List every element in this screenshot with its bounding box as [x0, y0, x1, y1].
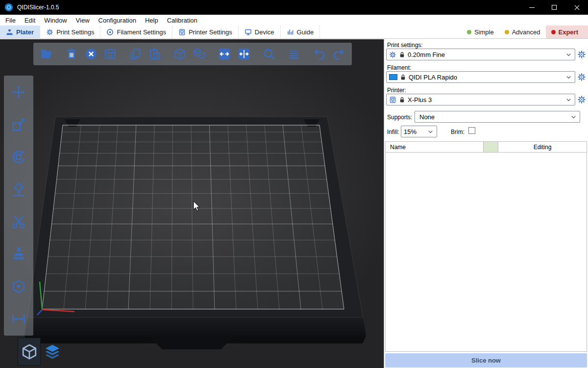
menu-help[interactable]: Help	[141, 15, 163, 26]
cut-tool-button[interactable]	[9, 212, 28, 232]
tab-filament-settings[interactable]: Filament Settings	[100, 26, 172, 38]
window-controls	[520, 0, 588, 15]
view-preview-button[interactable]	[41, 338, 64, 366]
infill-select[interactable]: 15%	[401, 126, 437, 137]
print-settings-label: Print settings:	[387, 42, 423, 49]
open-button[interactable]	[38, 46, 54, 62]
guide-icon	[287, 28, 294, 36]
chevron-down-icon	[427, 128, 434, 135]
arrange-grid-icon	[104, 48, 117, 60]
mode-expert[interactable]: Expert	[546, 26, 588, 38]
folder-open-icon	[40, 48, 53, 60]
lock-icon	[399, 97, 405, 103]
object-list-body[interactable]	[386, 153, 587, 351]
expert-mode-dot-icon	[551, 30, 556, 34]
tab-printer-settings[interactable]: Printer Settings	[172, 26, 239, 38]
top-toolbar	[33, 43, 352, 65]
maximize-button[interactable]	[543, 0, 565, 15]
left-toolbar	[4, 76, 33, 336]
scale-tool-button[interactable]	[9, 115, 28, 134]
view-3d-editor-button[interactable]	[18, 338, 41, 366]
chevron-down-icon	[570, 113, 577, 121]
paste-button[interactable]	[147, 46, 163, 62]
chevron-down-icon	[565, 74, 572, 81]
split-objects-icon	[218, 48, 231, 60]
mode-advanced[interactable]: Advanced	[499, 26, 546, 38]
printer-select[interactable]: X-Plus 3	[386, 94, 575, 105]
seam-tool-button[interactable]	[9, 277, 28, 296]
print-settings-select[interactable]: 0.20mm Fine	[386, 49, 575, 60]
undo-icon	[313, 48, 326, 60]
copy-button[interactable]	[127, 46, 144, 62]
printer-icon	[389, 96, 396, 104]
search-icon	[263, 48, 275, 60]
close-button[interactable]	[565, 0, 588, 15]
title-bar[interactable]: QIDISlicer-1.0.5	[0, 0, 588, 15]
measure-tool-button[interactable]	[9, 309, 28, 329]
tab-print-settings[interactable]: Print Settings	[40, 26, 100, 38]
app-logo-icon	[5, 3, 13, 11]
delete-all-button[interactable]	[83, 46, 99, 62]
filament-select[interactable]: QIDI PLA Rapido	[386, 71, 575, 83]
paint-supports-button[interactable]	[9, 244, 28, 264]
filament-color-swatch	[389, 74, 397, 80]
seam-icon	[11, 279, 26, 294]
paste-icon	[148, 48, 161, 60]
search-button[interactable]	[261, 46, 277, 62]
menu-file[interactable]: File	[1, 15, 20, 26]
tab-device[interactable]: Device	[239, 26, 281, 38]
object-list[interactable]: Name Editing	[385, 141, 587, 352]
undo-button[interactable]	[311, 46, 327, 62]
right-panel: Print settings: 0.20mm Fine Filament: QI…	[384, 39, 588, 368]
menu-edit[interactable]: Edit	[20, 15, 40, 26]
device-icon	[245, 28, 252, 36]
supports-label: Supports:	[387, 114, 412, 121]
print-settings-icon	[46, 28, 53, 36]
minimize-icon	[529, 7, 535, 8]
print-settings-gear-button[interactable]	[577, 50, 586, 59]
menu-calibration[interactable]: Calibration	[163, 15, 202, 26]
variable-layer-height-button[interactable]	[286, 46, 302, 62]
flatten-icon	[11, 182, 26, 197]
brim-checkbox[interactable]	[468, 127, 475, 134]
viewport-3d[interactable]	[0, 39, 384, 368]
tab-guide[interactable]: Guide	[281, 26, 320, 38]
printer-gear-button[interactable]	[577, 95, 586, 104]
menu-view[interactable]: View	[72, 15, 94, 26]
simple-mode-dot-icon	[467, 30, 471, 34]
menu-window[interactable]: Window	[40, 15, 71, 26]
move-icon	[11, 85, 26, 100]
arrange-button[interactable]	[102, 46, 118, 62]
column-header-name: Name	[386, 142, 484, 152]
maximize-icon	[552, 5, 557, 10]
infill-label: Infill:	[387, 129, 399, 135]
column-header-extruder	[484, 142, 498, 152]
mode-simple[interactable]: Simple	[462, 26, 499, 38]
plater-icon	[6, 28, 13, 36]
cubes-icon	[193, 48, 206, 60]
tab-plater[interactable]: Plater	[0, 26, 40, 38]
rotate-tool-button[interactable]	[9, 147, 28, 167]
lock-icon	[400, 74, 406, 80]
remove-instance-button[interactable]	[191, 46, 207, 62]
minimize-button[interactable]	[520, 0, 543, 15]
printer-label: Printer:	[387, 87, 406, 94]
filament-label: Filament:	[387, 64, 411, 71]
split-parts-icon	[238, 48, 250, 60]
filament-gear-button[interactable]	[577, 73, 586, 81]
slice-now-button[interactable]: Slice now	[385, 353, 587, 368]
copy-icon	[129, 48, 142, 60]
split-to-parts-button[interactable]	[236, 46, 252, 62]
stamp-icon	[11, 247, 26, 262]
delete-button[interactable]	[63, 46, 79, 62]
add-instance-button[interactable]	[172, 46, 188, 62]
move-tool-button[interactable]	[9, 82, 28, 102]
split-to-objects-button[interactable]	[216, 46, 232, 62]
filament-settings-icon	[106, 28, 114, 36]
gear-icon	[577, 50, 586, 59]
menu-configuration[interactable]: Configuration	[94, 15, 141, 26]
redo-button[interactable]	[330, 46, 346, 62]
place-on-face-button[interactable]	[9, 180, 28, 199]
measure-icon	[11, 312, 26, 326]
supports-select[interactable]: None	[415, 111, 580, 123]
